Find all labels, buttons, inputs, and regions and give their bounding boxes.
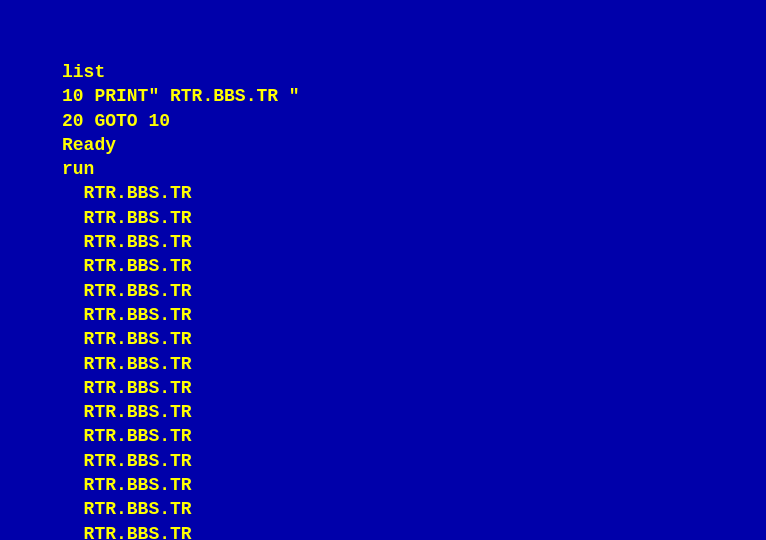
terminal-line: RTR.BBS.TR <box>62 329 192 349</box>
terminal-line: RTR.BBS.TR <box>62 426 192 446</box>
terminal-screen[interactable]: list 10 PRINT" RTR.BBS.TR " 20 GOTO 10 R… <box>0 0 766 540</box>
terminal-line: RTR.BBS.TR <box>62 354 192 374</box>
terminal-line: Ready <box>62 135 116 155</box>
terminal-line: 20 GOTO 10 <box>62 111 170 131</box>
terminal-line: RTR.BBS.TR <box>62 524 192 540</box>
terminal-line: RTR.BBS.TR <box>62 402 192 422</box>
terminal-line: RTR.BBS.TR <box>62 256 192 276</box>
terminal-line: RTR.BBS.TR <box>62 208 192 228</box>
terminal-line: RTR.BBS.TR <box>62 281 192 301</box>
terminal-line: RTR.BBS.TR <box>62 499 192 519</box>
terminal-line: RTR.BBS.TR <box>62 232 192 252</box>
terminal-line: 10 PRINT" RTR.BBS.TR " <box>62 86 300 106</box>
terminal-line: RTR.BBS.TR <box>62 451 192 471</box>
terminal-line: RTR.BBS.TR <box>62 183 192 203</box>
terminal-line: RTR.BBS.TR <box>62 378 192 398</box>
terminal-line: list <box>62 62 105 82</box>
terminal-line: RTR.BBS.TR <box>62 475 192 495</box>
terminal-line: RTR.BBS.TR <box>62 305 192 325</box>
terminal-line: run <box>62 159 94 179</box>
